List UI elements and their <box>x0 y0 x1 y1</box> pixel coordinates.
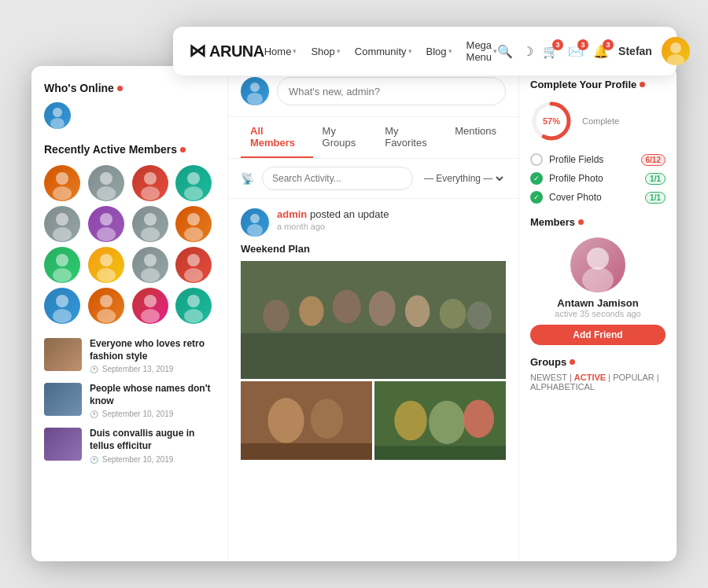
empty-check-icon <box>530 153 543 166</box>
profile-item-fields: Profile Fields 6/12 <box>530 153 666 166</box>
member-avatar-4[interactable] <box>175 165 212 201</box>
groups-filter-alphabetical[interactable]: ALPHABETICAL <box>530 382 595 391</box>
svg-point-41 <box>263 300 289 331</box>
search-button[interactable]: 🔍 <box>497 44 513 59</box>
groups-filter-active[interactable]: ACTIVE <box>574 373 606 382</box>
member-avatar-10[interactable] <box>88 247 124 283</box>
member-avatar-6[interactable] <box>88 206 124 242</box>
add-friend-button[interactable]: Add Friend <box>530 325 666 345</box>
clock-icon-3: 🕐 <box>90 456 98 464</box>
profile-photo-badge: 1/1 <box>645 173 666 185</box>
svg-point-2 <box>53 108 62 117</box>
member-avatar-3[interactable] <box>132 165 168 201</box>
member-avatar-5[interactable] <box>44 206 80 242</box>
nav-blog[interactable]: Blog▾ <box>426 46 452 57</box>
search-activity-input[interactable] <box>262 167 413 190</box>
tab-mentions[interactable]: Mentions <box>445 117 506 158</box>
svg-point-11 <box>184 186 203 200</box>
member-avatar-1[interactable] <box>44 165 80 201</box>
photo-grid <box>241 261 506 460</box>
tab-all-members[interactable]: All Members <box>241 117 313 158</box>
right-sidebar: Complete Your Profile 57% Complete <box>519 66 677 561</box>
user-name[interactable]: Stefan <box>618 45 652 57</box>
photo-bottom-right <box>374 381 506 460</box>
member-avatar-16[interactable] <box>175 288 212 324</box>
dark-mode-toggle[interactable]: ☽ <box>522 44 533 59</box>
svg-point-8 <box>144 172 157 185</box>
groups-filter-newest[interactable]: NEWEST <box>530 373 567 382</box>
activity-avatar <box>241 208 269 237</box>
logo-icon: ⋈ <box>189 41 206 61</box>
nav-shop-arrow: ▾ <box>337 47 341 55</box>
svg-point-50 <box>268 398 304 443</box>
member-avatar-15[interactable] <box>132 288 168 324</box>
activity-user[interactable]: admin <box>277 208 307 220</box>
progress-label-block: Complete <box>582 116 619 126</box>
nav-community[interactable]: Community▾ <box>355 46 412 57</box>
svg-point-12 <box>56 213 68 226</box>
nav-home[interactable]: Home▾ <box>264 46 297 57</box>
member-avatar-14[interactable] <box>88 288 124 324</box>
mail-button[interactable]: ✉️ 3 <box>568 44 584 59</box>
cart-button[interactable]: 🛒 3 <box>543 44 559 59</box>
svg-point-9 <box>141 186 160 200</box>
svg-rect-48 <box>241 333 506 379</box>
header-icons: 🔍 ☽ 🛒 3 ✉️ 3 🔔 3 Stefan <box>497 37 690 65</box>
recent-post-3[interactable]: Duis convallis augue in tellus efficitur… <box>44 428 215 463</box>
member-avatar-8[interactable] <box>175 206 212 242</box>
member-avatar-11[interactable] <box>132 247 168 283</box>
members-dot <box>578 219 584 225</box>
svg-point-15 <box>97 227 116 241</box>
progress-ring: 57% <box>530 100 573 142</box>
svg-point-18 <box>187 213 200 226</box>
cover-photo-badge: 1/1 <box>645 192 666 204</box>
groups-filter-popular[interactable]: POPULAR <box>613 373 655 382</box>
photo-bottom-left <box>241 381 372 460</box>
tab-my-favorites[interactable]: My Favorites <box>375 117 445 158</box>
svg-point-22 <box>100 254 112 266</box>
recent-posts: Everyone who loves retro fashion style 🕐… <box>44 338 215 464</box>
post-input[interactable] <box>277 77 506 105</box>
recent-post-2[interactable]: People whose names don't know 🕐 Septembe… <box>44 383 215 418</box>
svg-point-24 <box>144 254 157 266</box>
profile-items: Profile Fields 6/12 ✓ Profile Photo 1/1 … <box>530 153 666 204</box>
everything-select[interactable]: — Everything — <box>421 172 506 185</box>
recently-active-dot <box>180 147 186 153</box>
member-avatar-9[interactable] <box>44 247 80 283</box>
post-avatar <box>241 77 269 105</box>
logo[interactable]: ⋈ ARUNA <box>189 41 264 61</box>
mail-badge: 3 <box>577 39 588 50</box>
online-avatars <box>44 102 215 129</box>
svg-point-34 <box>187 295 200 307</box>
svg-point-54 <box>394 401 426 441</box>
svg-point-21 <box>53 268 72 282</box>
groups-filter: NEWEST | ACTIVE | POPULAR | ALPHABETICAL <box>530 373 666 391</box>
clock-icon-2: 🕐 <box>90 410 98 418</box>
post-date-1: 🕐 September 13, 2019 <box>90 365 215 373</box>
online-avatar-1[interactable] <box>44 102 71 129</box>
main-content: Who's Online Recently Active Members <box>31 66 677 561</box>
svg-point-47 <box>467 301 492 329</box>
svg-point-29 <box>53 309 72 323</box>
nav-mega-menu[interactable]: Mega Menu▾ <box>466 39 498 63</box>
user-avatar[interactable] <box>662 37 690 65</box>
svg-point-19 <box>184 227 203 241</box>
member-avatar-7[interactable] <box>132 206 168 242</box>
svg-point-27 <box>184 268 203 282</box>
notifications-button[interactable]: 🔔 3 <box>593 44 609 59</box>
member-avatar-13[interactable] <box>44 288 80 324</box>
nav-shop[interactable]: Shop▾ <box>311 46 340 57</box>
svg-rect-57 <box>374 446 506 460</box>
logo-text: ARUNA <box>209 42 264 61</box>
tab-my-groups[interactable]: My Groups <box>313 117 376 158</box>
activity-post-title: Weekend Plan <box>241 243 506 255</box>
activity-description: admin posted an update <box>277 208 389 220</box>
nav-home-arrow: ▾ <box>293 47 297 55</box>
svg-point-16 <box>144 213 157 226</box>
member-avatar-12[interactable] <box>175 247 212 283</box>
member-avatar-2[interactable] <box>88 165 124 201</box>
svg-point-32 <box>144 295 157 307</box>
svg-point-42 <box>299 296 323 326</box>
groups-dot <box>570 359 575 365</box>
recent-post-1[interactable]: Everyone who loves retro fashion style 🕐… <box>44 338 215 373</box>
